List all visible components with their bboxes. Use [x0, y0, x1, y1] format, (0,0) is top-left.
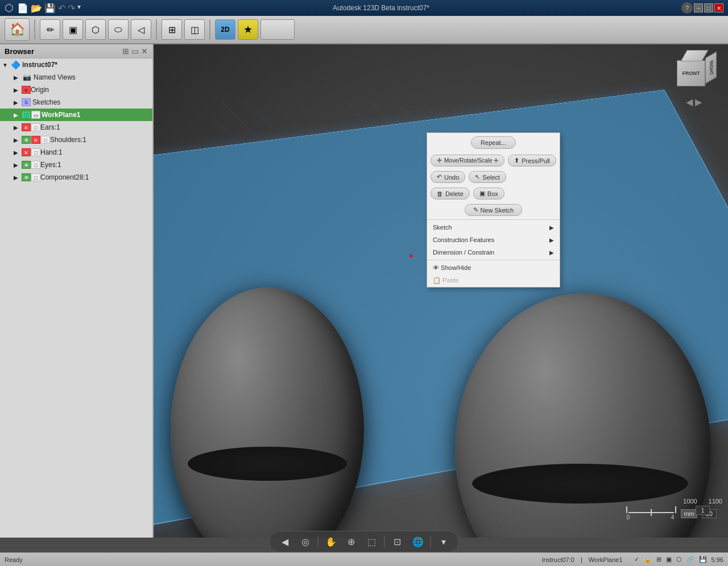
box-tool-btn[interactable]: ▣ [63, 19, 83, 40]
expander-shoulders1: ▶ [14, 137, 22, 143]
tree-label-origin: Origin [31, 86, 49, 94]
press-pull-button[interactable]: ⬆ Press/Pull [508, 155, 556, 167]
maximize-btn[interactable]: □ [704, 3, 713, 13]
tree-label-shoulders1: Shoulders:1 [50, 136, 86, 144]
grid-tool-btn[interactable]: ⊞ [162, 19, 182, 40]
tree-label-hand1: Hand:1 [40, 148, 63, 156]
menu-item-show-hide[interactable]: 👁 Show/Hide [427, 261, 560, 274]
save-btn[interactable]: 💾 [44, 3, 56, 14]
star-tool-btn[interactable]: ★ [238, 19, 258, 40]
statusbar-icon-3[interactable]: ⊞ [656, 556, 661, 563]
left-tool-btn[interactable]: ◁ [131, 19, 151, 40]
new-sketch-button[interactable]: ✎ New Sketch [465, 204, 523, 216]
context-menu-row4: 🗑 Delete ▣ Box [427, 185, 560, 202]
tree-item-origin[interactable]: ▶ ✕ Origin [0, 84, 152, 96]
tree-item-component28[interactable]: ▶ 👁 □ Component28:1 [0, 171, 152, 184]
menu-item-construction-features[interactable]: Construction Features ▶ [427, 234, 560, 246]
hand1-icons: ✕ □ [22, 148, 40, 156]
sphere-tool-btn[interactable]: ⬡ [85, 19, 106, 40]
statusbar-icon-7[interactable]: 💾 [699, 556, 707, 563]
tree-item-named-views[interactable]: ▶ 📷 Named Views [0, 71, 152, 84]
statusbar-icon-4[interactable]: ▣ [666, 556, 672, 563]
nav-pan-btn[interactable]: ✋ [323, 534, 339, 550]
minimize-btn[interactable]: ─ [694, 3, 703, 13]
cylinder-tool-btn[interactable]: ⬭ [108, 19, 129, 40]
2d-tool-btn[interactable]: 2D [215, 19, 235, 40]
viewcube-arrow-right[interactable]: ▶ [695, 97, 702, 107]
home-tool-btn[interactable]: 🏠 [5, 18, 30, 41]
move-rotate-scale-button[interactable]: ✛ Move/Rotate/Scale ✛ [431, 155, 504, 167]
statusbar-icon-5[interactable]: ⬡ [676, 556, 682, 563]
menu-item-sketch[interactable]: Sketch ▶ [427, 221, 560, 234]
context-menu: Repeat... ✛ Move/Rotate/Scale ✛ ⬆ Press/… [427, 132, 560, 288]
nav-orbit-btn[interactable]: ◎ [297, 534, 313, 550]
expander-eyes1: ▶ [14, 162, 22, 168]
app-icon: ⬡ [5, 2, 14, 14]
tree-item-sketches[interactable]: ▶ S Sketches [0, 96, 152, 109]
tree-item-eyes1[interactable]: ▶ 👁 □ Eyes:1 [0, 159, 152, 171]
menu-item-dimension-constrain[interactable]: Dimension / Constrain ▶ [427, 246, 560, 259]
tree-item-workplane1[interactable]: ▶ 🌐 ▭ WorkPlane1 [0, 109, 152, 121]
close-btn[interactable]: ✕ [714, 3, 723, 13]
undo-button[interactable]: ↶ Undo [431, 171, 465, 183]
toggle-tool-btn[interactable]: ◫ [184, 19, 205, 40]
help-btn[interactable]: ? [681, 2, 693, 14]
viewcube-front[interactable]: FRONT [677, 60, 705, 86]
tree-item-hand1[interactable]: ▶ ✕ □ Hand:1 [0, 146, 152, 159]
press-pull-icon: ⬆ [514, 157, 519, 164]
scene-background [154, 44, 728, 538]
statusbar-icon-1[interactable]: ✓ [634, 556, 639, 563]
dimension-arrow-icon: ▶ [549, 249, 554, 256]
extra-tool-btn[interactable] [260, 19, 295, 40]
expander-root: ▼ [2, 62, 10, 68]
ruler-line [628, 512, 674, 513]
coord-display: 1000 1100 1 [683, 498, 722, 515]
nav-globe-btn[interactable]: 🌐 [410, 534, 426, 550]
nav-zoom-btn[interactable]: ⬚ [364, 534, 380, 550]
nav-bracket-left[interactable]: ◀ [277, 534, 293, 550]
sketch-arrow-icon: ▶ [549, 224, 554, 231]
status-text: Ready [5, 556, 531, 563]
context-menu-divider-2 [427, 260, 560, 260]
origin-icons: ✕ [22, 86, 31, 94]
statusbar-icon-6[interactable]: 🔗 [686, 556, 694, 563]
param-value-display: 1 [696, 506, 709, 515]
viewcube-right[interactable]: RIGHT [705, 51, 717, 84]
3d-viewport[interactable]: FRONT RIGHT ◀ ▶ Repeat... ✛ Move/Rotate/… [154, 44, 728, 538]
browser-close-btn[interactable]: ✕ [141, 47, 148, 56]
statusbar-icon-2[interactable]: 🔒 [644, 556, 652, 563]
nav-more-btn[interactable]: ▾ [436, 534, 452, 550]
browser-grid-btn[interactable]: ⊞ [122, 47, 129, 56]
nav-fit-btn[interactable]: ⊡ [390, 534, 406, 550]
expander-origin: ▶ [14, 87, 22, 93]
delete-button[interactable]: 🗑 Delete [431, 188, 470, 199]
repeat-button[interactable]: Repeat... [471, 136, 516, 149]
move-icon: ✛ [437, 157, 442, 164]
ruler-tick-left [626, 506, 627, 513]
redo-btn[interactable]: ↷ [68, 3, 75, 14]
tree-item-root[interactable]: ▼ 🔷 instruct07* [0, 59, 152, 71]
box-button[interactable]: ▣ Box [473, 188, 504, 199]
open-btn[interactable]: 📂 [31, 3, 42, 14]
browser-minimize-btn[interactable]: ▭ [131, 47, 139, 56]
browser-title: Browser [5, 47, 34, 56]
shoulders1-icons: 👁 ✕ □ [22, 136, 50, 144]
pencil-tool-btn[interactable]: ✏ [40, 19, 60, 40]
expander-workplane1: ▶ [14, 112, 22, 118]
select-button[interactable]: ↖ Select [469, 171, 506, 183]
new-btn[interactable]: 📄 [17, 3, 28, 14]
tree-label-root: instruct07* [22, 61, 57, 69]
titlebar: ⬡ 📄 📂 💾 ↶ ↷ ▾ Autodesk 123D Beta instruc… [0, 0, 728, 16]
undo-btn[interactable]: ↶ [58, 3, 65, 14]
viewcube-top[interactable] [680, 50, 709, 61]
tree-item-shoulders1[interactable]: ▶ 👁 ✕ □ Shoulders:1 [0, 134, 152, 146]
ruler-tick-mid [651, 509, 652, 516]
expander-named-views: ▶ [14, 74, 22, 81]
viewcube[interactable]: FRONT RIGHT ◀ ▶ [671, 50, 717, 95]
viewcube-arrow-left[interactable]: ◀ [686, 97, 693, 107]
tree-item-ears1[interactable]: ▶ ✕ □ Ears:1 [0, 121, 152, 134]
nav-look-btn[interactable]: ⊕ [344, 534, 359, 550]
status-bar: Ready instruct07:0 | WorkPlane1 ✓ 🔒 ⊞ ▣ … [0, 552, 728, 566]
browser-panel: Browser ⊞ ▭ ✕ ▼ 🔷 instruct07* ▶ 📷 Named … [0, 44, 154, 538]
file-info: instruct07:0 | WorkPlane1 [542, 556, 623, 563]
